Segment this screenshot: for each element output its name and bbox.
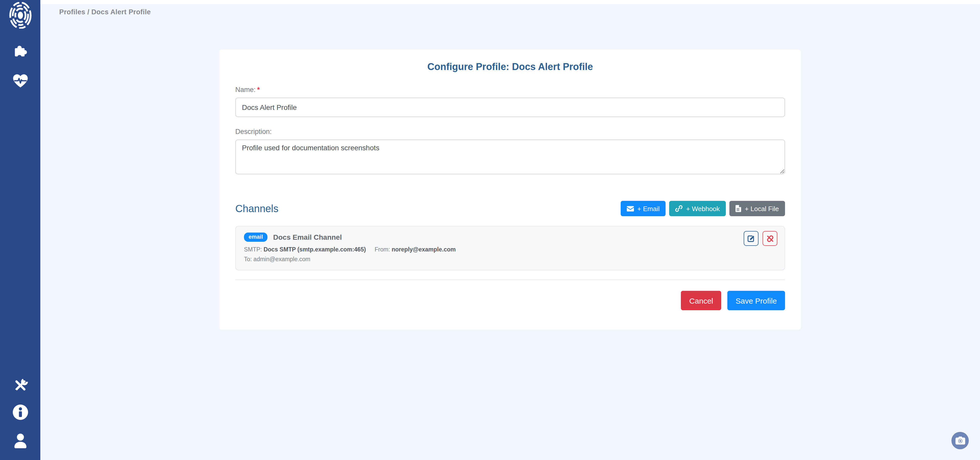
- add-local-file-label: + Local File: [745, 205, 779, 212]
- top-strip: [40, 0, 980, 4]
- page-title: Configure Profile: Docs Alert Profile: [235, 50, 785, 73]
- channel-head: email Docs Email Channel: [244, 233, 776, 242]
- to-value: admin@example.com: [253, 256, 310, 262]
- name-label: Name:*: [235, 86, 785, 94]
- concentric-rings-logo-icon: [9, 2, 32, 29]
- add-webhook-channel-button[interactable]: + Webhook: [670, 201, 726, 216]
- channel-list-item: email Docs Email Channel SMTP: Docs SMTP…: [235, 226, 785, 270]
- channel-smtp-line: SMTP: Docs SMTP (smtp.example.com:465) F…: [244, 246, 776, 252]
- edit-pen-square-icon: [747, 235, 755, 242]
- tools-icon: [13, 378, 28, 394]
- info-circle-icon: [12, 404, 28, 420]
- sidebar-item-plugins[interactable]: [13, 43, 27, 60]
- form-footer: Cancel Save Profile: [235, 291, 785, 310]
- cancel-button[interactable]: Cancel: [681, 291, 721, 310]
- edit-channel-button[interactable]: [744, 231, 759, 246]
- add-local-file-channel-button[interactable]: + Local File: [729, 201, 785, 216]
- add-channel-buttons: + Email + Webhook: [620, 201, 785, 216]
- profile-config-card: Configure Profile: Docs Alert Profile Na…: [220, 50, 801, 330]
- delete-channel-button[interactable]: [762, 231, 777, 246]
- description-label: Description:: [235, 128, 785, 136]
- sidebar-item-about[interactable]: [12, 404, 28, 422]
- required-marker: *: [257, 86, 260, 94]
- footer-divider: [235, 280, 785, 280]
- save-profile-button[interactable]: Save Profile: [727, 291, 785, 310]
- sidebar-item-settings[interactable]: [13, 378, 28, 396]
- sidebar-item-account[interactable]: [13, 433, 27, 451]
- user-icon: [13, 433, 27, 449]
- app-logo[interactable]: [9, 2, 32, 31]
- channel-actions: [744, 231, 777, 246]
- channels-header-row: Channels + Email + Webhook: [235, 201, 785, 216]
- add-webhook-label: + Webhook: [686, 205, 720, 212]
- sidebar-item-health[interactable]: [13, 73, 28, 90]
- smtp-value: Docs SMTP (smtp.example.com:465): [264, 246, 366, 252]
- channel-to-line: To: admin@example.com: [244, 256, 776, 262]
- unlink-icon: [766, 234, 774, 243]
- puzzle-piece-icon: [13, 43, 27, 58]
- smtp-label: SMTP:: [244, 246, 262, 252]
- profile-name-input[interactable]: [235, 97, 785, 117]
- app-root: Profiles / Docs Alert Profile Configure …: [0, 0, 980, 460]
- sidebar: [0, 0, 40, 460]
- camera-icon: [955, 436, 965, 445]
- from-label: From:: [375, 246, 390, 252]
- add-email-label: + Email: [637, 205, 659, 212]
- link-icon: [676, 205, 682, 212]
- heartbeat-icon: [13, 73, 28, 88]
- add-email-channel-button[interactable]: + Email: [620, 201, 666, 216]
- profile-description-textarea[interactable]: Profile used for documentation screensho…: [235, 139, 785, 174]
- envelope-icon: [627, 206, 634, 211]
- from-value: noreply@example.com: [392, 246, 456, 252]
- channels-heading: Channels: [235, 203, 278, 214]
- to-label: To:: [244, 256, 252, 262]
- channel-name: Docs Email Channel: [273, 233, 342, 241]
- breadcrumb: Profiles / Docs Alert Profile: [59, 8, 151, 16]
- screenshot-fab[interactable]: [951, 432, 969, 449]
- channel-type-badge: email: [244, 233, 267, 242]
- file-icon: [735, 205, 741, 212]
